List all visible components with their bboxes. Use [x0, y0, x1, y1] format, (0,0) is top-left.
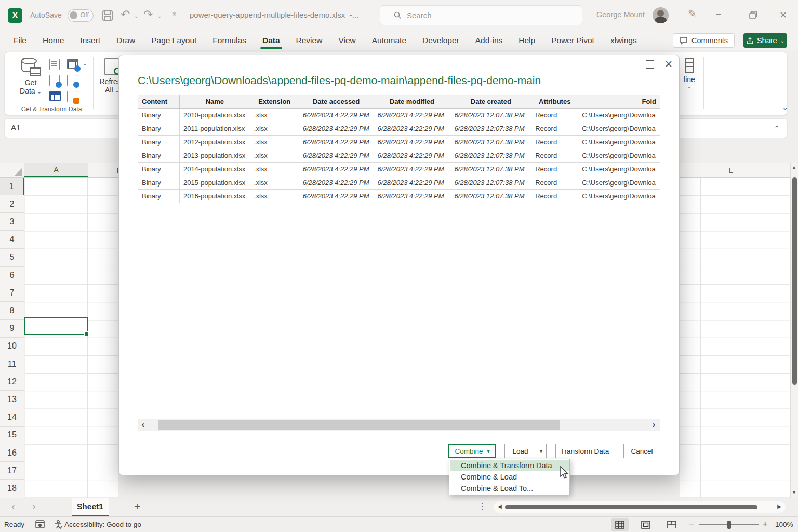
tab-power-pivot[interactable]: Power Pivot [550, 33, 595, 48]
macro-record-icon[interactable] [35, 520, 45, 528]
row-header-7[interactable]: 7 [0, 284, 24, 302]
hscroll-thumb[interactable] [505, 505, 757, 509]
column-header-name[interactable]: Name [180, 95, 250, 109]
column-header-fold[interactable]: Fold [578, 95, 660, 109]
horizontal-scrollbar[interactable]: ◀ ▶ [494, 501, 786, 513]
sheet-tab-sheet1[interactable]: Sheet1 [72, 498, 109, 516]
customize-qat-icon[interactable]: ⌅ [171, 9, 177, 17]
undo-caret-icon[interactable]: ⌄ [134, 13, 138, 19]
column-header-extension[interactable]: Extension [250, 95, 299, 109]
combine-button[interactable]: Combine ▾ [448, 444, 496, 458]
dialog-scroll-right-icon[interactable]: › [653, 420, 655, 429]
restore-icon[interactable] [749, 11, 757, 19]
tab-splitter-icon[interactable]: ⋮ [478, 501, 486, 511]
file-table-row[interactable]: Binary2013-population.xlsx.xlsx6/28/2023… [138, 149, 660, 163]
outline-button-partial[interactable]: line ⌄ [678, 58, 701, 89]
file-list-table[interactable]: ContentNameExtensionDate accessedDate mo… [138, 95, 660, 203]
row-header-16[interactable]: 16 [0, 444, 24, 462]
tab-file[interactable]: File [12, 33, 28, 48]
tab-insert[interactable]: Insert [79, 33, 101, 48]
row-header-11[interactable]: 11 [0, 355, 24, 373]
from-table-range-icon[interactable] [49, 91, 60, 102]
from-web-icon[interactable] [49, 75, 60, 86]
page-layout-view-icon[interactable] [637, 518, 655, 531]
undo-icon[interactable]: ↶ [121, 8, 130, 21]
load-button[interactable]: Load [504, 444, 536, 458]
zoom-level[interactable]: 100% [775, 521, 793, 528]
from-picture-caret-icon[interactable]: ⌄ [83, 61, 87, 66]
tab-xlwings[interactable]: xlwings [609, 33, 638, 48]
recent-sources-icon[interactable] [67, 75, 77, 86]
transform-data-button[interactable]: Transform Data [555, 444, 614, 458]
redo-caret-icon[interactable]: ⌄ [157, 13, 162, 19]
column-header-l[interactable]: L [700, 163, 762, 177]
dialog-scroll-left-icon[interactable]: ‹ [142, 420, 144, 429]
tab-help[interactable]: Help [517, 33, 536, 48]
active-cell-a1[interactable] [24, 317, 88, 335]
page-break-preview-icon[interactable] [663, 518, 681, 531]
expand-formula-bar-icon[interactable]: ⌃ [774, 124, 780, 132]
row-header-8[interactable]: 8 [0, 302, 24, 320]
row-header-9[interactable]: 9 [0, 320, 24, 338]
row-header-10[interactable]: 10 [0, 338, 24, 355]
file-table-row[interactable]: Binary2016-population.xlsx.xlsx6/28/2023… [138, 190, 660, 203]
tab-data[interactable]: Data [261, 33, 281, 48]
column-header-date-created[interactable]: Date created [450, 95, 531, 109]
collapse-ribbon-icon[interactable]: ⌄ [782, 102, 789, 112]
file-table-row[interactable]: Binary2015-population.xlsx.xlsx6/28/2023… [138, 176, 660, 190]
scroll-down-icon[interactable]: ▼ [792, 490, 796, 495]
existing-connections-icon[interactable] [67, 91, 77, 102]
menu-item-combine-load-to[interactable]: Combine & Load To... [450, 483, 569, 494]
scroll-up-icon[interactable]: ▲ [792, 165, 796, 170]
cells-right-region[interactable] [680, 178, 790, 498]
cells-left-region[interactable] [25, 178, 118, 498]
menu-item-combine-load[interactable]: Combine & Load [450, 471, 569, 483]
close-icon[interactable]: ✕ [779, 9, 787, 21]
file-table-row[interactable]: Binary2012-population.xlsx.xlsx6/28/2023… [138, 136, 660, 149]
column-header-date-accessed[interactable]: Date accessed [299, 95, 374, 109]
tab-add-ins[interactable]: Add-ins [474, 33, 504, 48]
cancel-button[interactable]: Cancel [623, 444, 660, 458]
get-data-button[interactable]: Get Data ⌄ [16, 58, 45, 105]
menu-item-combine-transform-data[interactable]: Combine & Transform Data [450, 460, 569, 471]
tab-automate[interactable]: Automate [371, 33, 407, 48]
dialog-hscroll-thumb[interactable] [158, 420, 560, 430]
dialog-maximize-icon[interactable] [646, 60, 654, 69]
row-header-1[interactable]: 1 [0, 178, 24, 195]
autosave-toggle[interactable]: Off [68, 9, 94, 22]
prev-sheet-icon[interactable]: ‹ [11, 500, 15, 512]
row-header-3[interactable]: 3 [0, 213, 24, 231]
column-header-a[interactable]: A [24, 163, 88, 177]
next-sheet-icon[interactable]: › [32, 500, 36, 512]
new-sheet-icon[interactable]: + [134, 500, 140, 513]
row-header-17[interactable]: 17 [0, 462, 24, 480]
accessibility-status[interactable]: Accessibility: Good to go [64, 521, 141, 528]
row-header-5[interactable]: 5 [0, 249, 24, 267]
column-header-attributes[interactable]: Attributes [531, 95, 578, 109]
zoom-out-icon[interactable]: − [689, 520, 694, 529]
row-header-13[interactable]: 13 [0, 391, 24, 408]
zoom-slider-knob[interactable] [727, 521, 731, 529]
dialog-horizontal-scrollbar[interactable]: ‹ › [138, 419, 660, 431]
file-table-row[interactable]: Binary2014-population.xlsx.xlsx6/28/2023… [138, 163, 660, 176]
vertical-scrollbar[interactable]: ▲ ▼ [790, 163, 798, 498]
file-table-row[interactable]: Binary2010-population.xlsx.xlsx6/28/2023… [138, 109, 660, 122]
zoom-in-icon[interactable]: + [763, 520, 767, 529]
scroll-left-icon[interactable]: ◀ [498, 503, 502, 509]
avatar[interactable] [653, 7, 669, 23]
user-name[interactable]: George Mount [596, 10, 645, 19]
share-button[interactable]: Share ⌄ [743, 33, 787, 48]
tab-home[interactable]: Home [42, 33, 65, 48]
select-all-corner[interactable] [0, 163, 24, 177]
file-table-row[interactable]: Binary2011-population.xlsx.xlsx6/28/2023… [138, 122, 660, 136]
row-header-12[interactable]: 12 [0, 373, 24, 391]
save-icon[interactable] [102, 10, 113, 21]
scroll-right-icon[interactable]: ▶ [777, 503, 781, 509]
minimize-icon[interactable]: − [716, 9, 721, 20]
tab-draw[interactable]: Draw [115, 33, 136, 48]
excel-app-icon[interactable]: X [8, 8, 22, 23]
column-header-date-modified[interactable]: Date modified [374, 95, 451, 109]
name-box[interactable]: A1 [11, 123, 20, 132]
from-picture-icon[interactable] [67, 59, 77, 70]
vscroll-thumb[interactable] [792, 177, 797, 385]
